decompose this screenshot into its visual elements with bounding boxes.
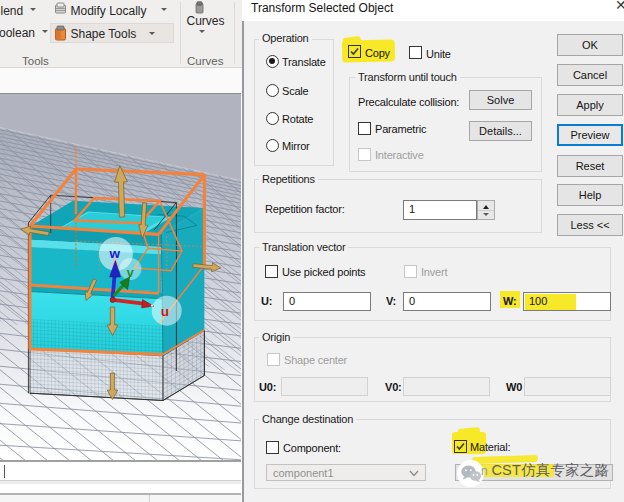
- svg-text:w: w: [109, 246, 121, 261]
- svg-text:u: u: [161, 304, 169, 319]
- svg-text:v: v: [127, 266, 134, 280]
